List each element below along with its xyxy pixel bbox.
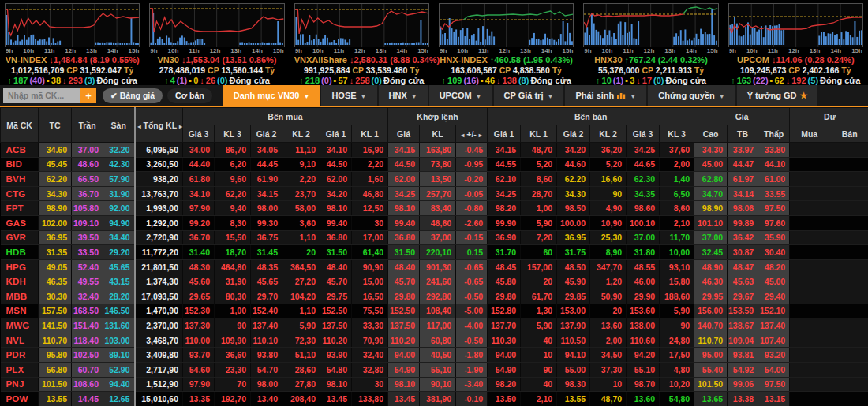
tab-cp-gi-tr-[interactable]: CP Giá trị▼ [494,85,564,106]
time-label: 11h [768,47,778,55]
cell-match_price: 94.00 [388,348,420,363]
cell-residual_buy [790,201,829,216]
column-label: TC [50,121,61,130]
scroll-right-icon[interactable]: ▸ [479,132,482,139]
cell-sell_price3: 62.30 [627,172,660,187]
table-row: BID45.4548.6042.303,260,5044.406,2044.45… [1,157,868,172]
cell-symbol[interactable]: GVR [1,230,39,245]
cell-buy_vol3: 192,70 [215,392,251,406]
cell-symbol[interactable]: MWG [1,318,39,333]
column-header-sell_vol1: KL 1 [521,125,557,143]
tab-ch-ng-quy-n[interactable]: Chứng quyền▼ [648,85,735,106]
cell-buy_vol2: 364,50 [282,259,320,274]
cell-match_vol: 37,00 [420,230,456,245]
cell-tc: 101.50 [39,377,72,392]
cell-symbol[interactable]: HDB [1,245,39,260]
cell-tran: 168.50 [72,304,103,318]
cell-residual_sell [829,304,868,318]
cell-sell_vol1: 40 [521,333,557,348]
cell-match_price: 44.50 [388,157,420,172]
chevron-down-icon: ▼ [303,93,309,100]
shares-traded: 991,925,884 [304,65,350,75]
cell-buy_price2: 137.40 [251,318,282,333]
index-panel-vn30[interactable]: 9h10h11h12h13h14h15hVN30↓1,553.04 (13.51… [144,0,289,85]
cell-symbol[interactable]: PDR [1,348,39,363]
unchanged-square-icon: ▪ [625,76,628,85]
index-panel-hnx30[interactable]: 9h10h11h12h13h14h15hHNX30↑767.24 (2.44 0… [578,0,723,85]
cell-match_change: -0.65 [456,259,488,274]
cell-symbol[interactable]: MBB [1,289,39,304]
advancers-arrow-icon: ↑ [8,76,13,85]
tab-hose[interactable]: HOSE▼ [321,85,376,106]
cell-symbol[interactable]: ACB [1,143,39,158]
cell-symbol[interactable]: MSN [1,304,39,318]
cell-symbol[interactable]: CTG [1,186,39,201]
scroll-left-icon[interactable]: ◂ [461,132,464,139]
scroll-left-icon[interactable]: ◂ [138,123,141,130]
cell-residual_sell [829,157,868,172]
advancers-arrow-icon: ↑ [442,76,447,85]
column-header-avg: TB [728,125,758,143]
index-panel-hnxindex[interactable]: 9h10h11h12h13h14h15hHNX-INDEX↑460.58 (1.… [434,0,578,85]
index-summary: VN-INDEX↓1,484.84 (8.19 0.55%) [5,55,140,65]
cell-avg: 36.42 [728,230,758,245]
tab-hnx[interactable]: HNX▼ [379,85,428,106]
cell-san: 28.20 [103,289,135,304]
price-board-button[interactable]: ✔ Bảng giá [103,88,163,103]
cell-sell_vol1: 5,90 [521,215,557,230]
tab-label: CP Giá trị [504,91,544,100]
cell-tran: 37.00 [72,143,103,158]
scroll-right-icon[interactable]: ▸ [179,123,182,130]
index-panel-upcom[interactable]: 9h10h11h12h13h14h15hUPCOM↓114.06 (0.28 0… [724,0,868,85]
cell-symbol[interactable]: GAS [1,215,39,230]
cell-symbol[interactable]: PNJ [1,377,39,392]
cell-sell_price2: 98.50 [557,201,590,216]
cell-buy_price2: 98.00 [251,377,282,392]
cell-sell_vol3: 6,50 [660,186,694,201]
cell-symbol[interactable]: FPT [1,201,39,216]
chevron-down-icon: ▼ [547,93,553,100]
column-header-low: Thấp [758,125,790,143]
cell-sell_price3: 34.25 [627,143,660,158]
cell-symbol[interactable]: POW [1,392,39,406]
cell-buy_vol3: 31,90 [215,274,251,289]
cell-symbol[interactable]: PLX [1,362,39,377]
index-panel-vnindex[interactable]: 9h10h11h12h13h14h15hVN-INDEX↓1,484.84 (8… [0,0,144,85]
add-symbol-button[interactable]: + [80,88,96,103]
cell-avg: 34.14 [728,186,758,201]
cell-buy_vol2: 27,80 [282,377,320,392]
tab-danh-m-c-vn30[interactable]: Danh mục VN30▼ [223,85,320,106]
cell-symbol[interactable]: BVH [1,172,39,187]
column-header-tong_kl[interactable]: ◂Tổng KL▸ [135,108,183,143]
cell-symbol[interactable]: KDH [1,274,39,289]
time-label: 11h [334,47,344,55]
column-header-match_change[interactable]: ◂+/-▸ [456,125,488,143]
cell-san: 94.40 [103,377,135,392]
tab--t-ng-gd[interactable]: Ý tưởng GD★ [737,85,818,106]
cell-sell_vol2: 4,90 [590,201,627,216]
cell-symbol[interactable]: BID [1,157,39,172]
cell-tong_kl: 6,095,50 [135,143,183,158]
cell-buy_vol2: 58,00 [282,201,320,216]
search-input[interactable] [3,88,80,103]
cell-avg: 99.06 [728,377,758,392]
turnover-unit: Tỷ [552,65,562,75]
time-label: 11h [478,47,488,55]
basic-button[interactable]: Cơ bản [167,88,212,103]
index-chart [439,3,574,47]
cell-buy_vol2: 23,70 [282,186,320,201]
cell-symbol[interactable]: HPG [1,259,39,274]
cell-symbol[interactable]: NVL [1,333,39,348]
tab-ph-i-sinh[interactable]: Phái sinh▼ [565,85,646,106]
cell-sell_price3: 31.80 [627,245,660,260]
cell-sell_vol2: 10,90 [590,215,627,230]
tab-upcom[interactable]: UPCOM▼ [429,85,492,106]
index-panel-vnxallshare[interactable]: 9h10h11h12h13h14h15hVNXAllShare↓2,580.31… [290,0,434,85]
cell-buy_vol3: 8,30 [215,215,251,230]
chart-time-axis: 9h10h11h12h13h14h15h [583,47,718,55]
cell-high: 156.00 [694,304,728,318]
index-name: VN30 [157,55,179,65]
cell-residual_sell [829,392,868,406]
cell-buy_vol1: 15,00 [352,274,388,289]
cell-sell_price3: 34.35 [627,186,660,201]
